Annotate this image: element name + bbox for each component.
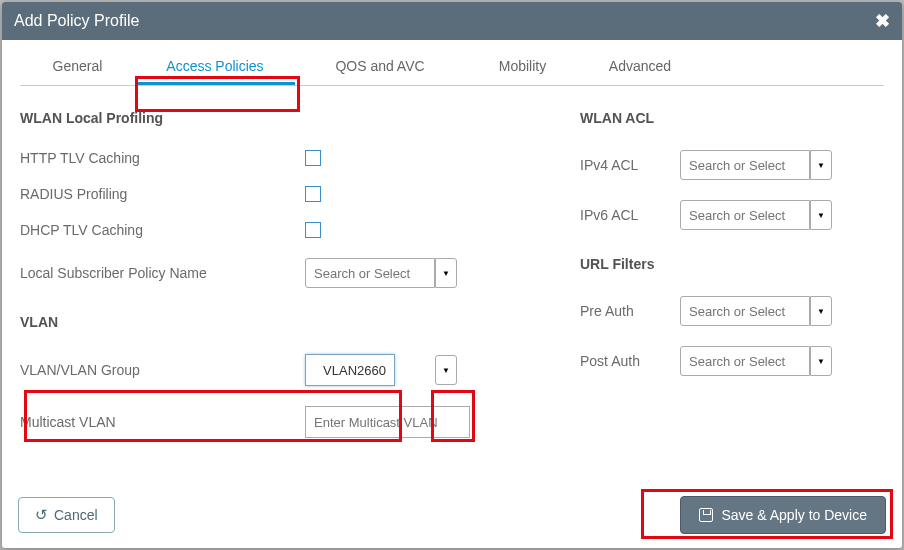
close-icon[interactable]: ✖: [875, 10, 890, 32]
checkbox-http-tlv[interactable]: [305, 150, 321, 166]
combo-local-subscriber: ▼: [305, 258, 457, 288]
dialog-content: General Access Policies QOS and AVC Mobi…: [2, 40, 902, 486]
left-column: WLAN Local Profiling HTTP TLV Caching RA…: [20, 100, 480, 448]
tab-access-policies[interactable]: Access Policies: [135, 50, 295, 85]
combo-post-auth: ▼: [680, 346, 832, 376]
dropdown-pre-auth[interactable]: ▼: [810, 296, 832, 326]
row-local-subscriber: Local Subscriber Policy Name ▼: [20, 248, 480, 298]
dropdown-ipv6-acl[interactable]: ▼: [810, 200, 832, 230]
cancel-label: Cancel: [54, 507, 98, 523]
tab-advanced[interactable]: Advanced: [580, 50, 700, 85]
checkbox-dhcp-tlv[interactable]: [305, 222, 321, 238]
label-local-subscriber: Local Subscriber Policy Name: [20, 265, 295, 281]
input-ipv4-acl[interactable]: [680, 150, 810, 180]
dropdown-ipv4-acl[interactable]: ▼: [810, 150, 832, 180]
label-http-tlv: HTTP TLV Caching: [20, 150, 295, 166]
label-radius-profiling: RADIUS Profiling: [20, 186, 295, 202]
right-column: WLAN ACL IPv4 ACL ▼ IPv6 ACL ▼ URL Filte: [580, 100, 880, 448]
input-pre-auth[interactable]: [680, 296, 810, 326]
save-icon: [699, 508, 713, 522]
dialog-footer: Cancel Save & Apply to Device: [2, 486, 902, 548]
label-pre-auth: Pre Auth: [580, 303, 670, 319]
dropdown-local-subscriber[interactable]: ▼: [435, 258, 457, 288]
label-post-auth: Post Auth: [580, 353, 670, 369]
label-multicast-vlan: Multicast VLAN: [20, 414, 295, 430]
input-ipv6-acl[interactable]: [680, 200, 810, 230]
label-vlan-group: VLAN/VLAN Group: [20, 362, 295, 378]
input-vlan-group[interactable]: [305, 354, 395, 386]
combo-ipv6-acl: ▼: [680, 200, 832, 230]
dialog-header: Add Policy Profile ✖: [2, 2, 902, 40]
input-multicast-vlan[interactable]: [305, 406, 470, 438]
input-post-auth[interactable]: [680, 346, 810, 376]
form-columns: WLAN Local Profiling HTTP TLV Caching RA…: [20, 94, 884, 454]
row-ipv6-acl: IPv6 ACL ▼: [580, 190, 880, 240]
label-ipv4-acl: IPv4 ACL: [580, 157, 670, 173]
section-vlan: VLAN: [20, 298, 480, 344]
dropdown-vlan-group[interactable]: ▼: [435, 355, 457, 385]
save-label: Save & Apply to Device: [721, 507, 867, 523]
row-pre-auth: Pre Auth ▼: [580, 286, 880, 336]
tab-mobility[interactable]: Mobility: [465, 50, 580, 85]
save-apply-button[interactable]: Save & Apply to Device: [680, 496, 886, 534]
row-radius-profiling: RADIUS Profiling: [20, 176, 480, 212]
section-wlan-local-profiling: WLAN Local Profiling: [20, 100, 480, 140]
row-http-tlv: HTTP TLV Caching: [20, 140, 480, 176]
tab-qos-avc[interactable]: QOS and AVC: [295, 50, 465, 85]
section-url-filters: URL Filters: [580, 240, 880, 286]
tab-bar: General Access Policies QOS and AVC Mobi…: [20, 50, 884, 86]
tab-general[interactable]: General: [20, 50, 135, 85]
section-wlan-acl: WLAN ACL: [580, 100, 880, 140]
input-local-subscriber[interactable]: [305, 258, 435, 288]
undo-icon: [35, 506, 48, 524]
cancel-button[interactable]: Cancel: [18, 497, 115, 533]
row-post-auth: Post Auth ▼: [580, 336, 880, 386]
combo-pre-auth: ▼: [680, 296, 832, 326]
dialog-title: Add Policy Profile: [14, 12, 139, 30]
row-multicast-vlan: Multicast VLAN: [20, 396, 480, 448]
checkbox-radius-profiling[interactable]: [305, 186, 321, 202]
label-dhcp-tlv: DHCP TLV Caching: [20, 222, 295, 238]
row-dhcp-tlv: DHCP TLV Caching: [20, 212, 480, 248]
dialog: Add Policy Profile ✖ General Access Poli…: [2, 2, 902, 548]
row-ipv4-acl: IPv4 ACL ▼: [580, 140, 880, 190]
label-ipv6-acl: IPv6 ACL: [580, 207, 670, 223]
combo-ipv4-acl: ▼: [680, 150, 832, 180]
dropdown-post-auth[interactable]: ▼: [810, 346, 832, 376]
row-vlan-group: VLAN/VLAN Group ▼: [20, 344, 480, 396]
